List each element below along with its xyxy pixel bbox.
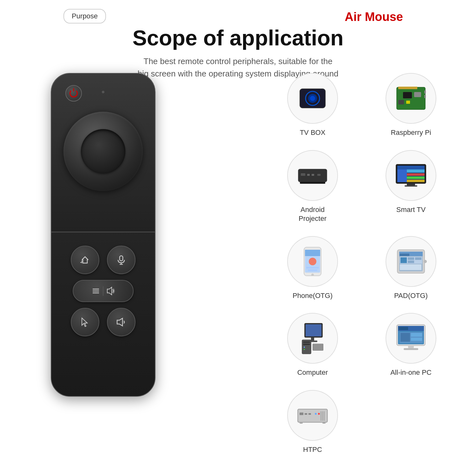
home-back-button[interactable]: [71, 246, 99, 274]
device-computer: Computer: [279, 313, 346, 377]
svg-rect-62: [303, 341, 310, 343]
volume-up-icon: [106, 287, 115, 295]
page-title: Scope of application: [0, 25, 476, 50]
android-projector-label: Android Projecter: [299, 205, 327, 223]
device-smart-tv: Smart TV: [378, 150, 444, 223]
svg-rect-43: [306, 267, 319, 268]
pad-otg-label: PAD(OTG): [394, 291, 428, 301]
svg-rect-36: [407, 180, 425, 182]
svg-rect-24: [301, 173, 305, 176]
svg-point-87: [318, 413, 320, 415]
htpc-label: HTPC: [303, 445, 322, 454]
power-icon: [69, 89, 78, 97]
svg-rect-84: [305, 413, 307, 415]
microphone-icon: [116, 254, 127, 266]
scroll-wheel-inner: [81, 129, 125, 174]
device-tv-box: TV BOX: [279, 73, 346, 137]
svg-rect-74: [399, 327, 408, 330]
svg-rect-0: [120, 256, 123, 261]
svg-rect-76: [400, 333, 410, 342]
devices-grid: TV BOX Raspberry Pi: [279, 73, 444, 467]
smart-tv-label: Smart TV: [396, 205, 426, 215]
remote-body: [51, 73, 155, 397]
htpc-illustration: [295, 398, 330, 433]
tv-box-label: TV BOX: [300, 128, 326, 137]
svg-rect-16: [403, 92, 412, 98]
svg-rect-83: [300, 413, 303, 415]
svg-point-12: [310, 96, 315, 101]
mouse-cursor-icon: [79, 316, 91, 328]
svg-rect-34: [407, 173, 425, 176]
svg-rect-38: [405, 185, 417, 187]
computer-label: Computer: [297, 368, 328, 377]
device-android-projector: Android Projecter: [279, 150, 346, 223]
android-projector-circle: [287, 150, 338, 201]
phone-otg-circle: [287, 236, 338, 287]
air-mouse-label: Air Mouse: [345, 10, 403, 24]
devices-row-1: TV BOX Raspberry Pi: [279, 73, 444, 137]
smart-tv-illustration: [393, 158, 428, 193]
htpc-circle: [287, 390, 338, 441]
svg-marker-7: [82, 318, 87, 327]
computer-illustration: [295, 321, 330, 356]
devices-row-4: Computer: [279, 313, 444, 377]
svg-rect-68: [313, 346, 323, 347]
devices-row-3: Phone(OTG): [279, 236, 444, 301]
device-pad-otg: PAD(OTG): [378, 236, 444, 301]
svg-rect-89: [322, 411, 323, 421]
svg-rect-70: [313, 349, 323, 350]
svg-rect-77: [411, 333, 422, 337]
svg-rect-58: [306, 324, 321, 336]
all-in-one-circle: [386, 313, 436, 364]
phone-illustration: [295, 244, 330, 279]
svg-rect-27: [317, 174, 321, 176]
raspberry-pi-illustration: [393, 81, 428, 116]
svg-point-45: [311, 274, 314, 276]
all-in-one-illustration: [393, 321, 428, 356]
power-button[interactable]: [65, 85, 82, 102]
mouse-button[interactable]: [71, 308, 99, 336]
tv-box-circle: [287, 73, 338, 124]
svg-rect-85: [308, 413, 311, 415]
svg-point-56: [424, 260, 427, 263]
smart-tv-circle: [386, 150, 436, 201]
svg-rect-51: [400, 257, 407, 263]
scroll-wheel[interactable]: [63, 112, 143, 191]
svg-rect-44: [308, 269, 317, 271]
microphone-button[interactable]: [107, 246, 136, 274]
device-htpc: HTPC: [279, 390, 346, 454]
all-in-one-label: All-in-one PC: [390, 368, 432, 377]
svg-point-64: [304, 347, 305, 348]
divider: [103, 286, 103, 296]
button-row-3: [51, 308, 155, 336]
raspberry-pi-label: Raspberry Pi: [391, 128, 431, 137]
svg-rect-67: [313, 344, 323, 345]
pad-illustration: [393, 244, 428, 279]
device-raspberry-pi: Raspberry Pi: [378, 73, 444, 137]
svg-rect-49: [400, 254, 409, 256]
remote-top: [51, 74, 155, 232]
menu-volume-row: [73, 280, 134, 302]
volume-down-icon: [116, 316, 127, 328]
svg-rect-33: [407, 169, 425, 173]
svg-rect-37: [407, 183, 415, 185]
button-row-1: [51, 246, 155, 274]
computer-circle: [287, 313, 338, 364]
volume-down-button[interactable]: [107, 308, 136, 336]
pad-otg-circle: [386, 236, 436, 287]
svg-rect-31: [397, 166, 425, 169]
remote-bottom: [51, 233, 155, 396]
phone-otg-label: Phone(OTG): [293, 291, 333, 301]
svg-rect-18: [398, 100, 404, 104]
svg-rect-63: [303, 344, 310, 345]
svg-rect-19: [406, 101, 410, 104]
svg-point-86: [315, 413, 317, 415]
svg-rect-41: [305, 250, 320, 256]
raspberry-pi-circle: [386, 73, 436, 124]
svg-rect-79: [408, 346, 414, 348]
menu-volume-container: [91, 286, 115, 296]
led-indicator: [102, 91, 104, 93]
svg-rect-20: [424, 90, 426, 94]
tv-box-illustration: [295, 81, 330, 116]
svg-point-42: [309, 258, 316, 265]
